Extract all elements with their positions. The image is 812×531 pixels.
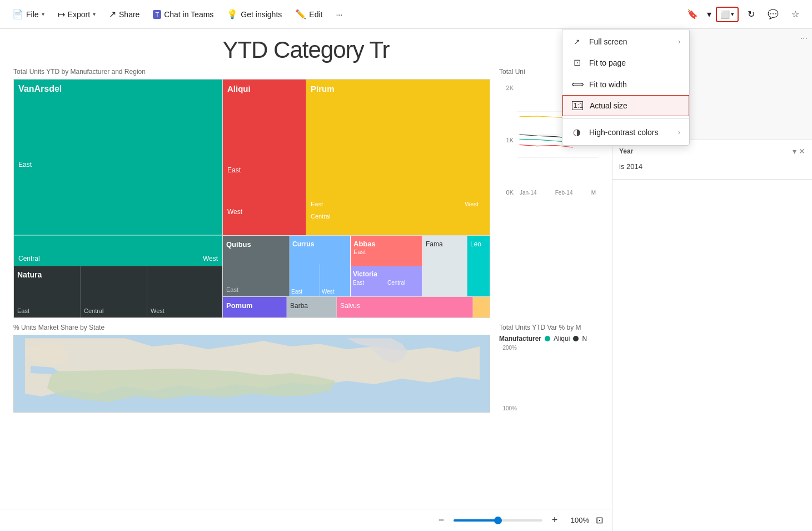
chat-in-teams-button[interactable]: T Chat in Teams: [147, 7, 219, 22]
tm-currus-top: Currus: [290, 236, 350, 264]
fit-to-width-item[interactable]: ⟺ Fit to width: [562, 73, 689, 95]
dropdown-separator: [562, 118, 689, 119]
tm-aliqui: Aliqui East West: [223, 80, 306, 235]
var-chart-section: Total Units YTD Var % by M Manufacturer …: [499, 324, 599, 413]
map-title: % Units Market Share by State: [13, 324, 490, 331]
refresh-button[interactable]: ↻: [741, 4, 761, 24]
tm-vanarsdel-label: VanArsdel: [18, 84, 62, 93]
teams-icon: T: [153, 10, 161, 19]
insights-label: Get insights: [241, 10, 282, 19]
zoom-minus-button[interactable]: −: [434, 513, 449, 528]
year-filter-content: is 2014: [619, 158, 805, 175]
get-insights-button[interactable]: 💡 Get insights: [221, 6, 287, 23]
fit-to-page-item[interactable]: ⊡ Fit to page: [562, 52, 689, 73]
file-chevron: ▾: [42, 11, 44, 17]
chat-label: Chat in Teams: [164, 10, 213, 19]
fit-to-width-label: Fit to width: [589, 80, 680, 89]
file-menu[interactable]: 📄 File ▾: [7, 6, 50, 23]
tm-abbas-col: Abbas East Victoria East Central: [351, 236, 423, 296]
tm-pirum-label: Pirum: [311, 84, 335, 93]
full-screen-item[interactable]: ↗ Full screen ›: [562, 32, 689, 52]
more-label: ···: [336, 10, 342, 19]
tm-barba: Barba: [287, 297, 337, 317]
zoom-slider-fill: [454, 519, 498, 522]
file-label: File: [26, 10, 39, 19]
bottom-bar: − + 100% ⊡: [0, 509, 612, 531]
tm-vanarsdel-east: East: [18, 161, 32, 168]
full-screen-icon: ↗: [571, 37, 582, 46]
tm-leo: Leo: [467, 236, 490, 296]
treemap-chart[interactable]: VanArsdel East Central West: [13, 79, 490, 318]
y-1k: 1K: [506, 137, 514, 143]
bookmark-chevron[interactable]: ▾: [705, 4, 714, 24]
insights-icon: 💡: [227, 9, 238, 19]
map-section: % Units Market Share by State: [13, 324, 490, 413]
page-title: YTD Category Tr: [0, 29, 612, 68]
edit-label: Edit: [309, 10, 322, 19]
var-title: Total Units YTD Var % by M: [499, 324, 599, 331]
year-filter-header: Year ▾ ✕: [619, 145, 805, 158]
tm-natura-main: Natura East: [14, 266, 81, 317]
view-button[interactable]: ⬜ ▾: [716, 7, 739, 22]
charts-top-row: Total Units YTD by Manufacturer and Regi…: [0, 68, 612, 318]
page-canvas: YTD Category Tr Total Units YTD by Manuf…: [0, 29, 612, 531]
tm-currus-col: Currus East West: [290, 236, 351, 296]
actual-size-item[interactable]: 1:1 Actual size: [562, 95, 689, 116]
tm-vanarsdel: VanArsdel East: [14, 80, 222, 235]
tm-natura-central-lbl: Central: [84, 307, 103, 314]
tm-middle-right: Quibus East Currus East: [223, 235, 490, 296]
tm-barba-label: Barba: [290, 302, 308, 310]
zoom-slider[interactable]: [454, 519, 542, 522]
edit-button[interactable]: ✏️ Edit: [290, 6, 328, 23]
tm-yellow-small: [473, 297, 490, 317]
tm-natura-central: Central: [81, 266, 147, 317]
topbar-right: 🔖 ▾ ⬜ ▾ ↻ 💬 ☆: [683, 4, 805, 24]
comment-button[interactable]: 💬: [763, 4, 783, 24]
main-area: YTD Category Tr Total Units YTD by Manuf…: [0, 29, 812, 531]
tm-natura-east: East: [17, 307, 29, 314]
year-filter-section: Year ▾ ✕ is 2014: [612, 140, 812, 180]
tm-natura-west-lbl: West: [151, 307, 165, 314]
map-svg: [14, 335, 490, 413]
manufacturer-label: Manufacturer: [499, 335, 541, 343]
year-filter-title: Year: [619, 147, 633, 155]
tm-aliqui-west: West: [227, 208, 242, 216]
high-contrast-icon: ◑: [571, 127, 582, 137]
bookmark-button[interactable]: 🔖: [683, 4, 703, 24]
favorite-button[interactable]: ☆: [785, 4, 805, 24]
tm-quibus: Quibus East: [223, 236, 290, 296]
fit-to-page-label: Fit to page: [589, 58, 680, 67]
tm-aliqui-label: Aliqui: [227, 84, 251, 93]
tm-natura-label: Natura: [17, 270, 42, 279]
map-container[interactable]: [13, 335, 490, 413]
tm-victoria-label: Victoria: [353, 270, 377, 278]
export-menu[interactable]: ↦ Export ▾: [52, 6, 101, 23]
tm-currus-west: West: [320, 264, 350, 296]
tm-natura-row: Natura East Central West: [14, 266, 222, 317]
share-icon: ↗: [109, 9, 116, 19]
y-0k: 0K: [506, 189, 514, 196]
tm-pirum: Pirum East West Central: [306, 80, 490, 235]
x-axis: Jan-14 Feb-14 M: [517, 190, 599, 196]
aliqui-label: Aliqui: [554, 335, 570, 343]
zoom-plus-button[interactable]: +: [547, 513, 562, 528]
tm-victoria: Victoria East Central: [351, 266, 422, 296]
tm-victoria-east: East: [353, 280, 386, 286]
var-100: 100%: [502, 405, 517, 411]
var-y-axis: 200% 100%: [499, 345, 519, 411]
share-button[interactable]: ↗ Share: [103, 6, 145, 23]
var-chart-area: 200% 100%: [499, 345, 599, 411]
topbar: 📄 File ▾ ↦ Export ▾ ↗ Share T Chat in Te…: [0, 0, 812, 29]
more-button[interactable]: ···: [330, 7, 348, 22]
high-contrast-item[interactable]: ◑ High-contrast colors ›: [562, 121, 689, 143]
tm-pomum-label: Pomum: [226, 301, 253, 310]
year-filter-clear[interactable]: ✕: [799, 147, 805, 156]
high-contrast-chevron: ›: [678, 128, 680, 136]
tm-quibus-east: East: [226, 286, 238, 293]
year-filter-chevron[interactable]: ▾: [793, 147, 796, 156]
export-label: Export: [68, 10, 90, 19]
more-options-button[interactable]: ···: [800, 33, 808, 43]
fit-to-screen-button[interactable]: ⊡: [596, 515, 603, 525]
tm-currus-label: Currus: [292, 240, 314, 248]
tm-vanarsdel-central: Central: [18, 255, 40, 262]
